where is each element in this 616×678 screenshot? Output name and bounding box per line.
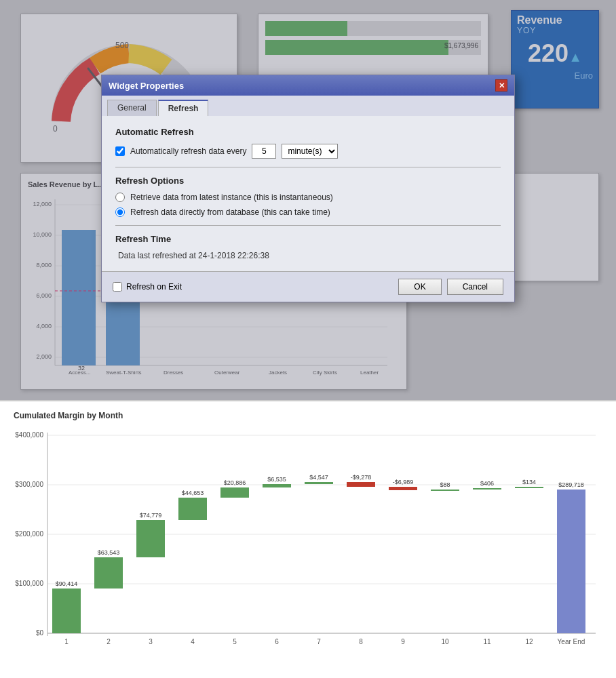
svg-text:-$6,989: -$6,989 <box>393 479 414 485</box>
radio-database-label: Refresh data directly from database (thi… <box>130 207 330 217</box>
bar-8 <box>347 482 375 487</box>
svg-text:$289,718: $289,718 <box>558 481 584 488</box>
bar-3 <box>136 520 165 557</box>
svg-text:11: 11 <box>483 638 491 645</box>
svg-text:4: 4 <box>191 638 195 645</box>
bar-12 <box>515 487 543 488</box>
bar-7 <box>305 482 333 484</box>
svg-text:1: 1 <box>64 638 69 645</box>
svg-text:-$9,278: -$9,278 <box>351 474 372 481</box>
bar-5 <box>220 487 249 498</box>
svg-text:12: 12 <box>525 638 533 645</box>
svg-text:$44,653: $44,653 <box>182 490 204 496</box>
footer-left: Refresh on Exit <box>113 282 182 292</box>
refresh-on-exit-checkbox[interactable] <box>113 282 122 292</box>
svg-text:$134: $134 <box>522 479 536 485</box>
bar-6 <box>263 484 291 487</box>
bar-11 <box>473 488 501 490</box>
modal-titlebar: Widget Properties ✕ <box>102 75 514 96</box>
svg-text:$90,414: $90,414 <box>56 580 78 587</box>
svg-text:3: 3 <box>149 638 153 645</box>
svg-text:$63,543: $63,543 <box>98 549 120 556</box>
modal-overlay: Widget Properties ✕ General Refresh Auto… <box>0 0 616 400</box>
dashboard-top: 0 500 1,000 Re $1,673,996 Revenue YOY 22… <box>0 0 616 400</box>
radio-option-1: Retrieve data from latest instance (this… <box>115 193 501 202</box>
footer-buttons: OK Cancel <box>398 279 503 295</box>
modal-close-button[interactable]: ✕ <box>495 79 507 92</box>
svg-text:$406: $406 <box>480 480 494 487</box>
refresh-on-exit-label: Refresh on Exit <box>126 282 182 292</box>
modal-footer: Refresh on Exit OK Cancel <box>102 271 514 302</box>
svg-text:10: 10 <box>441 638 449 645</box>
svg-text:$6,535: $6,535 <box>267 476 286 483</box>
svg-text:2: 2 <box>107 638 111 645</box>
svg-text:$88: $88 <box>440 481 450 488</box>
tab-refresh[interactable]: Refresh <box>158 100 209 116</box>
svg-text:$20,886: $20,886 <box>224 479 246 486</box>
bar-4 <box>178 498 207 520</box>
refresh-time-text: Data last refreshed at 24-1-2018 22:26:3… <box>118 251 501 260</box>
auto-refresh-label: Automatically refresh data every <box>130 146 246 156</box>
bar-10 <box>431 490 459 491</box>
svg-text:$4,547: $4,547 <box>309 474 328 481</box>
auto-refresh-title: Automatic Refresh <box>115 127 501 137</box>
svg-text:8: 8 <box>359 638 363 645</box>
svg-text:$400,000: $400,000 <box>15 431 43 439</box>
svg-text:$100,000: $100,000 <box>15 580 43 587</box>
radio-latest-instance[interactable] <box>115 193 125 202</box>
modal-body: Automatic Refresh Automatically refresh … <box>102 116 514 271</box>
bar-9 <box>389 487 417 490</box>
bottom-chart-title: Cumulated Margin by Month <box>14 411 602 420</box>
refresh-options-title: Refresh Options <box>115 176 501 186</box>
tab-general[interactable]: General <box>107 100 157 116</box>
refresh-unit-select[interactable]: minute(s) second(s) hour(s) <box>282 144 338 159</box>
modal-title: Widget Properties <box>109 81 184 91</box>
divider-2 <box>115 225 501 226</box>
refresh-interval-input[interactable] <box>252 144 276 159</box>
svg-text:Year End: Year End <box>558 638 585 645</box>
svg-text:$0: $0 <box>36 629 44 637</box>
waterfall-chart-svg: $400,000 $300,000 $200,000 $100,000 $0 $… <box>14 427 602 664</box>
svg-text:6: 6 <box>275 638 279 645</box>
radio-latest-label: Retrieve data from latest instance (this… <box>130 193 333 202</box>
svg-text:$300,000: $300,000 <box>15 481 43 488</box>
modal-tabs: General Refresh <box>102 96 514 116</box>
modal-dialog: Widget Properties ✕ General Refresh Auto… <box>101 75 515 302</box>
refresh-time-title: Refresh Time <box>115 234 501 244</box>
svg-text:9: 9 <box>401 638 405 645</box>
svg-text:5: 5 <box>233 638 237 645</box>
dashboard-bottom: Cumulated Margin by Month $400,000 $300,… <box>0 400 616 678</box>
ok-button[interactable]: OK <box>398 279 441 295</box>
bar-1 <box>52 589 81 633</box>
bar-yearend <box>557 490 585 633</box>
bar-2 <box>94 557 123 589</box>
svg-text:$200,000: $200,000 <box>15 530 43 538</box>
auto-refresh-checkbox[interactable] <box>115 146 125 156</box>
svg-text:7: 7 <box>317 638 321 645</box>
radio-option-2: Refresh data directly from database (thi… <box>115 207 501 217</box>
cancel-button[interactable]: Cancel <box>447 279 503 295</box>
auto-refresh-row: Automatically refresh data every minute(… <box>115 144 501 159</box>
radio-from-database[interactable] <box>115 207 125 217</box>
divider-1 <box>115 167 501 167</box>
svg-text:$74,779: $74,779 <box>140 512 162 519</box>
